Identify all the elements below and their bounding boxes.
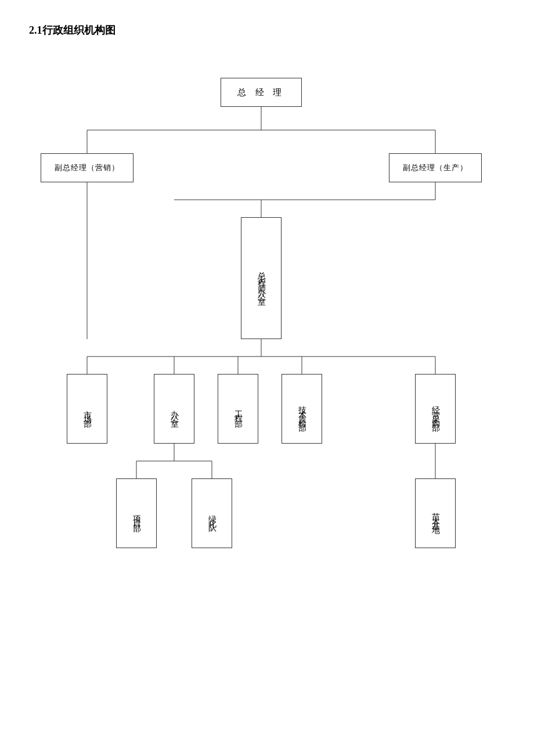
org-chart: 总 经 理 副总经理（营销） 副总经理（生产） 总 工 程 师 办 公 室 市 …	[29, 55, 505, 693]
engineering-dept-box: 工 程 部	[218, 374, 258, 444]
office-box: 办 公 室	[154, 374, 194, 444]
market-dept-box: 市 场 部	[67, 374, 107, 444]
vp-marketing-box: 副总经理（营销）	[41, 153, 134, 182]
chief-engineer-box: 总 工 程 师 办 公 室	[241, 217, 282, 339]
project-dept-box: 项 目 部	[116, 478, 157, 548]
vp-production-box: 副总经理（生产）	[389, 153, 482, 182]
general-manager-box: 总 经 理	[221, 78, 302, 107]
procurement-dept-box: 经 营 采 购 部	[415, 374, 456, 444]
tech-quality-box: 技 术 质 检 部	[282, 374, 322, 444]
greening-team-box: 绿 化 队	[192, 478, 232, 548]
page-title: 2.1行政组织机构图	[29, 23, 505, 37]
nursery-base-box: 苗 木 基 地	[415, 478, 456, 548]
